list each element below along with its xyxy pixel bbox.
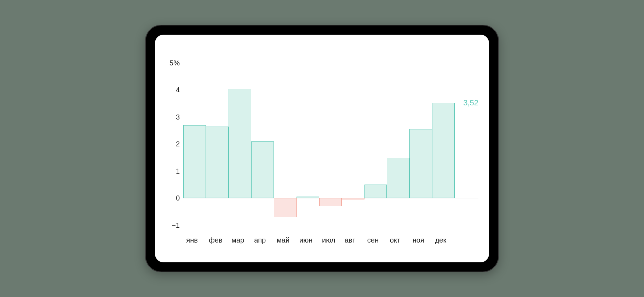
- y-tick-label: −1: [172, 221, 180, 229]
- x-tick-label: янв: [186, 236, 198, 244]
- x-axis: янвфевмарапрмайиюниюлавгсеноктноядек: [183, 236, 478, 247]
- tablet-frame: 5%43210−1 янвфевмарапрмайиюниюлавгсенокт…: [145, 25, 499, 272]
- bar: [432, 103, 455, 198]
- x-tick-label: окт: [390, 236, 400, 244]
- bar: [364, 185, 387, 198]
- y-axis: 5%43210−1: [166, 63, 182, 231]
- y-tick-label: 2: [176, 140, 180, 148]
- bar: [409, 129, 432, 198]
- bar: [183, 125, 206, 198]
- y-tick-label: 5%: [169, 59, 180, 67]
- x-tick-label: июл: [322, 236, 335, 244]
- bar: [229, 89, 251, 198]
- y-tick-label: 4: [176, 86, 180, 94]
- tablet-screen: 5%43210−1 янвфевмарапрмайиюниюлавгсенокт…: [155, 35, 489, 262]
- x-tick-label: апр: [254, 236, 266, 244]
- bar: [319, 198, 342, 206]
- bar: [206, 127, 229, 198]
- y-tick-label: 0: [176, 194, 180, 202]
- y-tick-label: 3: [176, 113, 180, 121]
- x-tick-label: июн: [299, 236, 312, 244]
- x-tick-label: май: [277, 236, 289, 244]
- bar: [251, 141, 274, 198]
- bar: [274, 198, 297, 217]
- x-tick-label: дек: [435, 236, 447, 244]
- x-tick-label: фев: [209, 236, 222, 244]
- bar: [387, 158, 409, 198]
- bar: [297, 197, 319, 198]
- bar: [342, 198, 364, 199]
- x-tick-label: сен: [367, 236, 379, 244]
- plot-area: [183, 63, 478, 231]
- x-tick-label: авг: [345, 236, 355, 244]
- end-value-label: 3,52: [463, 98, 478, 107]
- bar-chart: 5%43210−1 янвфевмарапрмайиюниюлавгсенокт…: [166, 63, 478, 231]
- x-tick-label: мар: [231, 236, 244, 244]
- y-tick-label: 1: [176, 167, 180, 175]
- x-tick-label: ноя: [413, 236, 424, 244]
